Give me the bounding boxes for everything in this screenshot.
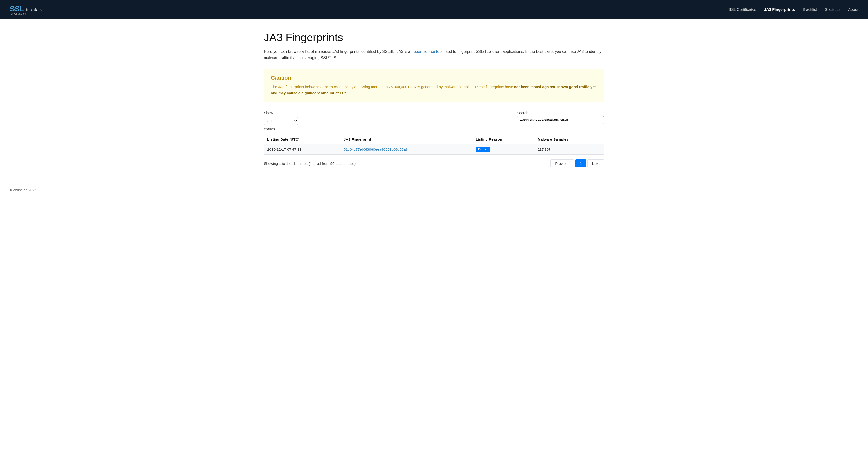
previous-button[interactable]: Previous	[551, 160, 574, 168]
col-samples: Malware Samples	[534, 135, 604, 144]
brand-ssl: SSL	[10, 4, 24, 13]
col-reason: Listing Reason	[472, 135, 534, 144]
next-button[interactable]: Next	[587, 160, 604, 168]
show-label: Show	[264, 111, 298, 115]
site-footer: © abuse.ch 2022	[0, 182, 868, 198]
caution-text-normal: The JA3 fingerprints below have been col…	[271, 85, 514, 89]
cell-fingerprint: 51c64c77e60f3980eea90869b68c58a8	[340, 144, 472, 154]
col-fingerprint: JA3 Fingerprint	[340, 135, 472, 144]
nav-menu: SSL Certificates JA3 Fingerprints Blackl…	[728, 7, 858, 12]
entries-select[interactable]: 10 25 50 100	[264, 117, 298, 125]
open-source-link[interactable]: open source tool	[413, 50, 442, 54]
table-body: 2018-12-17 07:47:19 51c64c77e60f3980eea9…	[264, 144, 604, 154]
nav-item-blacklist[interactable]: Blacklist	[803, 7, 817, 12]
footer-text: © abuse.ch 2022	[10, 188, 36, 192]
page-1-button[interactable]: 1	[575, 160, 586, 168]
search-input[interactable]	[517, 116, 604, 124]
nav-item-about[interactable]: About	[848, 7, 858, 12]
cell-samples: 217'267	[534, 144, 604, 154]
nav-link-ssl-certificates[interactable]: SSL Certificates	[728, 7, 756, 12]
brand-blacklist-text: blacklist	[26, 7, 43, 13]
caution-text: The JA3 fingerprints below have been col…	[271, 84, 597, 96]
fingerprint-link[interactable]: 51c64c77e60f3980eea90869b68c58a8	[344, 147, 408, 151]
nav-link-blacklist[interactable]: Blacklist	[803, 7, 817, 12]
fingerprints-table: Listing Date (UTC) JA3 Fingerprint Listi…	[264, 135, 604, 154]
show-entries-control: Show 10 25 50 100 entries	[264, 111, 298, 131]
nav-item-statistics[interactable]: Statistics	[825, 7, 840, 12]
brand-sub-text: by ABUSE|ch	[11, 12, 43, 15]
main-content: JA3 Fingerprints Here you can browse a l…	[254, 20, 614, 182]
page-description: Here you can browse a list of malicious …	[264, 49, 604, 61]
nav-item-ssl-certificates[interactable]: SSL Certificates	[728, 7, 756, 12]
brand-text: SSL blacklist by ABUSE|ch	[10, 4, 43, 15]
table-info: Showing 1 to 1 of 1 entries (filtered fr…	[264, 162, 356, 166]
page-title: JA3 Fingerprints	[264, 31, 604, 44]
nav-link-statistics[interactable]: Statistics	[825, 7, 840, 12]
entries-label: entries	[264, 127, 298, 131]
nav-item-ja3-fingerprints[interactable]: JA3 Fingerprints	[764, 7, 795, 12]
search-control: Search:	[517, 111, 604, 124]
nav-link-about[interactable]: About	[848, 7, 858, 12]
caution-box: Caution! The JA3 fingerprints below have…	[264, 69, 604, 102]
table-header: Listing Date (UTC) JA3 Fingerprint Listi…	[264, 135, 604, 144]
description-part1: Here you can browse a list of malicious …	[264, 50, 413, 54]
cell-date: 2018-12-17 07:47:19	[264, 144, 340, 154]
brand-ssl-text: SSL	[10, 4, 24, 13]
brand-logo[interactable]: SSL blacklist by ABUSE|ch	[10, 4, 43, 15]
col-date: Listing Date (UTC)	[264, 135, 340, 144]
pagination: Previous 1 Next	[551, 160, 604, 168]
table-row: 2018-12-17 07:47:19 51c64c77e60f3980eea9…	[264, 144, 604, 154]
reason-badge: Dridex	[475, 147, 490, 152]
search-label: Search:	[517, 111, 529, 115]
caution-title: Caution!	[271, 75, 597, 81]
table-controls: Show 10 25 50 100 entries Search:	[264, 111, 604, 131]
cell-reason: Dridex	[472, 144, 534, 154]
table-header-row: Listing Date (UTC) JA3 Fingerprint Listi…	[264, 135, 604, 144]
table-footer: Showing 1 to 1 of 1 entries (filtered fr…	[264, 160, 604, 168]
nav-link-ja3-fingerprints[interactable]: JA3 Fingerprints	[764, 7, 795, 12]
navbar: SSL blacklist by ABUSE|ch SSL Certificat…	[0, 0, 868, 20]
